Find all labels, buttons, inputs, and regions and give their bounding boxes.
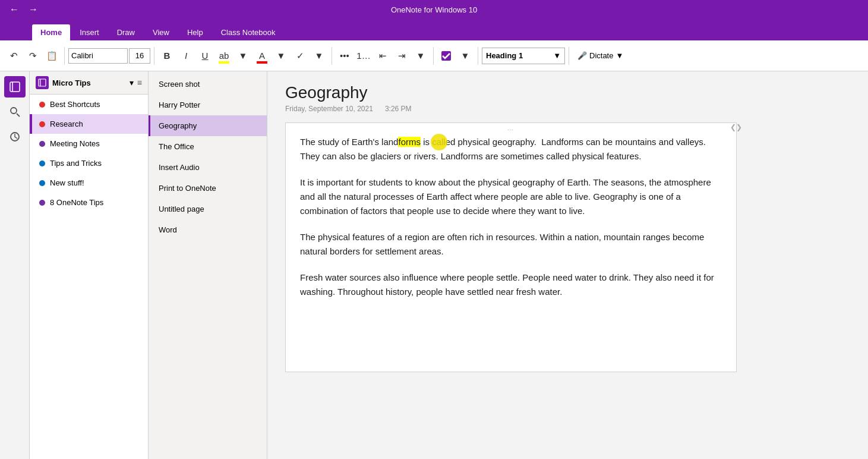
italic-button[interactable]: I [177, 47, 195, 65]
app-title: OneNote for Windows 10 [391, 5, 477, 14]
separator-4 [433, 47, 434, 65]
section-label: Tips and Tricks [50, 159, 102, 168]
left-nav [0, 71, 30, 459]
svg-rect-1 [10, 82, 20, 92]
note-container[interactable]: ⋯ ❮❯ The study of Earth's landforms is c… [285, 122, 737, 372]
section-8-onenote-tips[interactable]: 8 OneNote Tips [30, 193, 148, 212]
section-dot [39, 200, 45, 206]
clear-formatting-dropdown[interactable]: ▼ [310, 47, 328, 65]
undo-button[interactable]: ↶ [5, 47, 23, 65]
dictate-dropdown-arrow: ▼ [616, 51, 623, 60]
section-tips-and-tricks[interactable]: Tips and Tricks [30, 153, 148, 173]
notebook-panel: Micro Tips ▾ ≡ Best Shortcuts Research M… [30, 71, 149, 459]
note-paragraph-4: Fresh water sources also influence where… [300, 271, 722, 299]
section-dot [39, 141, 45, 147]
page-the-office[interactable]: The Office [149, 136, 267, 157]
tab-draw[interactable]: Draw [109, 24, 143, 40]
forward-button[interactable]: → [26, 4, 40, 15]
dictate-label: Dictate [589, 51, 613, 60]
decrease-indent-button[interactable]: ⇤ [374, 47, 392, 65]
dictate-button[interactable]: 🎤 Dictate ▼ [573, 49, 628, 62]
page-geography[interactable]: Geography [149, 115, 267, 136]
numbered-list-button[interactable]: 1… [355, 47, 373, 65]
tab-help[interactable]: Help [179, 24, 212, 40]
ribbon-tabs: Home Insert Draw View Help Class Noteboo… [0, 19, 868, 40]
section-label: 8 OneNote Tips [50, 198, 103, 207]
highlight-color-indicator [219, 61, 229, 64]
font-color-button[interactable]: A [253, 47, 271, 65]
separator-6 [569, 47, 569, 65]
note-paragraph-2: It is important for students to know abo… [300, 175, 722, 218]
notebook-book-icon [36, 76, 49, 89]
notebook-sort-button[interactable]: ≡ [137, 78, 142, 87]
separator-3 [332, 47, 332, 65]
separator-1 [64, 47, 65, 65]
clear-formatting-button[interactable]: ✓ [291, 47, 309, 65]
section-dot [39, 180, 45, 186]
style-dropdown[interactable]: Heading 1 ▼ [482, 48, 565, 64]
svg-line-4 [17, 114, 20, 117]
toolbar: ↶ ↷ 📋 Calibri 16 B I U ab ▼ A ▼ ✓ ▼ ••• … [0, 40, 868, 71]
microphone-icon: 🎤 [577, 51, 587, 60]
note-drag-handle[interactable]: ⋯ [507, 127, 515, 133]
section-best-shortcuts[interactable]: Best Shortcuts [30, 95, 148, 114]
page-untitled[interactable]: Untitled page [149, 199, 267, 219]
font-color-indicator [257, 61, 267, 64]
section-new-stuff[interactable]: New stuff! [30, 173, 148, 193]
tab-home[interactable]: Home [32, 24, 70, 40]
notebook-header[interactable]: Micro Tips ▾ ≡ [30, 71, 148, 95]
separator-5 [478, 47, 478, 65]
title-bar-nav: ← → [7, 4, 40, 15]
font-size-box[interactable]: 16 [129, 48, 150, 64]
svg-point-3 [11, 108, 17, 114]
page-print-to-onenote[interactable]: Print to OneNote [149, 178, 267, 199]
notebook-chevron: ▾ [130, 78, 134, 87]
pages-panel: Screen shot Harry Potter Geography The O… [149, 71, 267, 459]
separator-2 [154, 47, 154, 65]
section-label: Best Shortcuts [50, 100, 100, 109]
section-dot [39, 102, 45, 108]
highlight-button[interactable]: ab [215, 47, 233, 65]
content-area[interactable]: Geography Friday, September 10, 2021 3:2… [267, 71, 868, 459]
title-bar: ← → OneNote for Windows 10 [0, 0, 868, 19]
note-body[interactable]: The study of Earth's landforms is called… [300, 135, 722, 299]
font-name-box[interactable]: Calibri [68, 48, 128, 64]
main-layout: Micro Tips ▾ ≡ Best Shortcuts Research M… [0, 71, 868, 459]
page-meta: Friday, September 10, 2021 3:26 PM [285, 105, 850, 113]
increase-indent-button[interactable]: ⇥ [393, 47, 411, 65]
tab-insert[interactable]: Insert [71, 24, 108, 40]
style-label: Heading 1 [486, 51, 523, 60]
list-dropdown[interactable]: ▼ [412, 47, 430, 65]
tab-view[interactable]: View [144, 24, 178, 40]
note-resize-handle[interactable]: ❮❯ [730, 123, 742, 131]
section-research[interactable]: Research [30, 114, 148, 134]
underline-button[interactable]: U [196, 47, 214, 65]
note-paragraph-3: The physical features of a region are of… [300, 230, 722, 259]
section-label: New stuff! [50, 178, 84, 187]
clipboard-button[interactable]: 📋 [43, 47, 61, 65]
font-color-dropdown[interactable]: ▼ [272, 47, 290, 65]
page-time: 3:26 PM [385, 105, 412, 113]
page-harry-potter[interactable]: Harry Potter [149, 95, 267, 115]
page-date: Friday, September 10, 2021 [285, 105, 373, 113]
search-nav-icon[interactable] [4, 101, 26, 122]
section-meeting-notes[interactable]: Meeting Notes [30, 134, 148, 153]
checkbox-dropdown[interactable]: ▼ [456, 47, 474, 65]
history-nav-icon[interactable] [4, 126, 26, 147]
style-chevron: ▼ [553, 51, 561, 60]
tab-class-notebook[interactable]: Class Notebook [213, 24, 284, 40]
redo-button[interactable]: ↷ [24, 47, 42, 65]
checkbox-button[interactable] [437, 47, 455, 65]
bullet-list-button[interactable]: ••• [336, 47, 353, 65]
bold-button[interactable]: B [158, 47, 176, 65]
page-title: Geography [285, 83, 850, 102]
section-label: Research [50, 120, 83, 128]
notebooks-nav-icon[interactable] [4, 76, 26, 98]
section-dot [39, 161, 45, 166]
page-word[interactable]: Word [149, 219, 267, 240]
page-insert-audio[interactable]: Insert Audio [149, 157, 267, 178]
note-paragraph-1: The study of Earth's landforms is called… [300, 135, 722, 164]
back-button[interactable]: ← [7, 4, 21, 15]
page-screen-shot[interactable]: Screen shot [149, 74, 267, 95]
highlight-dropdown[interactable]: ▼ [234, 47, 252, 65]
